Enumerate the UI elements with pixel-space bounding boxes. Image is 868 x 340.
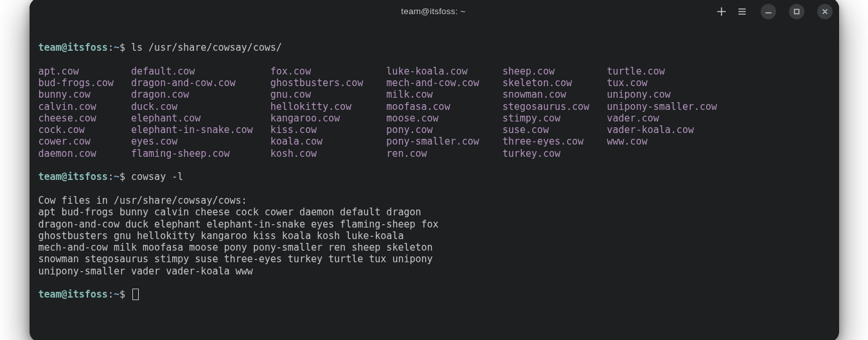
ls-file: koala.cow <box>270 136 387 147</box>
ls-file: luke-koala.cow <box>386 66 502 77</box>
titlebar: team@itsfoss: ~ <box>30 0 839 25</box>
ls-file: elephant-in-snake.cow <box>131 124 270 136</box>
ls-file: apt.cow <box>39 66 131 77</box>
ls-file: unipony.cow <box>607 89 734 100</box>
prompt-line: team@itsfoss:~$ cowsay -l <box>39 171 830 183</box>
ls-column: fox.cowghostbusters.cowgnu.cowhellokitty… <box>270 66 387 159</box>
ls-file: default.cow <box>131 66 270 77</box>
maximize-button[interactable] <box>789 4 804 19</box>
ls-file: ghostbusters.cow <box>270 77 387 89</box>
ls-file: turtle.cow <box>607 66 734 77</box>
ls-file: kiss.cow <box>270 124 387 136</box>
ls-file: three-eyes.cow <box>502 136 607 147</box>
ls-column: turtle.cowtux.cowunipony.cowunipony-smal… <box>607 66 734 159</box>
ls-output: apt.cowbud-frogs.cowbunny.cowcalvin.cowc… <box>39 66 830 159</box>
prompt-separator: : <box>108 42 114 53</box>
ls-file: ren.cow <box>386 148 502 159</box>
prompt-user-host: team@itsfoss <box>39 42 108 53</box>
output-line: apt bud-frogs bunny calvin cheese cock c… <box>39 206 830 218</box>
command-text: cowsay -l <box>131 171 183 183</box>
minimize-button[interactable] <box>761 4 776 19</box>
ls-file: hellokitty.cow <box>270 101 387 112</box>
ls-file: kosh.cow <box>270 148 387 159</box>
prompt-dollar: $ <box>120 171 125 183</box>
output-line: unipony-smaller vader vader-koala www <box>39 265 830 277</box>
prompt-separator: : <box>108 171 114 183</box>
prompt-line: team@itsfoss:~$ ls /usr/share/cowsay/cow… <box>39 42 830 53</box>
ls-file: elephant.cow <box>131 112 270 124</box>
prompt-line: team@itsfoss:~$ <box>39 289 830 300</box>
ls-file: moofasa.cow <box>386 101 502 112</box>
ls-file: vader-koala.cow <box>607 124 734 136</box>
ls-file: bunny.cow <box>39 89 131 100</box>
ls-file: cower.cow <box>39 136 131 147</box>
ls-file: dragon-and-cow.cow <box>131 77 270 89</box>
svg-rect-0 <box>794 9 799 13</box>
ls-file: suse.cow <box>502 124 607 136</box>
ls-file: snowman.cow <box>502 89 607 100</box>
ls-file: www.cow <box>607 136 734 147</box>
ls-file: pony-smaller.cow <box>386 136 502 147</box>
ls-file: vader.cow <box>607 112 734 124</box>
ls-column: apt.cowbud-frogs.cowbunny.cowcalvin.cowc… <box>39 66 131 159</box>
ls-file: sheep.cow <box>502 66 607 77</box>
ls-file: gnu.cow <box>270 89 387 100</box>
ls-file: stimpy.cow <box>502 112 607 124</box>
command-text: ls /usr/share/cowsay/cows/ <box>131 42 282 53</box>
cursor <box>132 289 139 300</box>
prompt-path: ~ <box>114 42 120 53</box>
output-line: Cow files in /usr/share/cowsay/cows: <box>39 195 830 206</box>
terminal-body[interactable]: team@itsfoss:~$ ls /usr/share/cowsay/cow… <box>30 25 839 340</box>
window-controls <box>716 4 833 19</box>
ls-file: milk.cow <box>386 89 502 100</box>
menu-button[interactable] <box>736 6 748 17</box>
ls-file: kangaroo.cow <box>270 112 387 124</box>
ls-file: flaming-sheep.cow <box>131 148 270 159</box>
prompt-user-host: team@itsfoss <box>39 171 108 183</box>
ls-file: tux.cow <box>607 77 734 89</box>
prompt-path: ~ <box>114 171 120 183</box>
ls-file: calvin.cow <box>39 101 131 112</box>
terminal-window: team@itsfoss: ~ team@itsfoss:~ <box>30 0 839 340</box>
prompt-separator: : <box>108 289 114 300</box>
prompt-path: ~ <box>114 289 120 300</box>
prompt-user-host: team@itsfoss <box>39 289 108 300</box>
ls-column: sheep.cowskeleton.cowsnowman.cowstegosau… <box>502 66 607 159</box>
ls-file: mech-and-cow.cow <box>386 77 502 89</box>
ls-file: duck.cow <box>131 101 270 112</box>
ls-file: stegosaurus.cow <box>502 101 607 112</box>
output-line: mech-and-cow milk moofasa moose pony pon… <box>39 242 830 253</box>
window-title: team@itsfoss: ~ <box>152 6 716 17</box>
ls-column: luke-koala.cowmech-and-cow.cowmilk.cowmo… <box>386 66 502 159</box>
ls-file: skeleton.cow <box>502 77 607 89</box>
ls-file: pony.cow <box>386 124 502 136</box>
ls-file: fox.cow <box>270 66 387 77</box>
new-tab-button[interactable] <box>716 6 727 17</box>
ls-file: cock.cow <box>39 124 131 136</box>
ls-file: eyes.cow <box>131 136 270 147</box>
ls-file: dragon.cow <box>131 89 270 100</box>
cowsay-output: Cow files in /usr/share/cowsay/cows:apt … <box>39 195 830 277</box>
output-line: dragon-and-cow duck elephant elephant-in… <box>39 219 830 230</box>
ls-file: cheese.cow <box>39 112 131 124</box>
prompt-dollar: $ <box>120 42 125 53</box>
ls-file: daemon.cow <box>39 148 131 159</box>
ls-file: turkey.cow <box>502 148 607 159</box>
output-line: snowman stegosaurus stimpy suse three-ey… <box>39 253 830 265</box>
ls-column: default.cowdragon-and-cow.cowdragon.cowd… <box>131 66 270 159</box>
prompt-dollar: $ <box>120 289 125 300</box>
ls-file: moose.cow <box>386 112 502 124</box>
close-button[interactable] <box>817 4 833 19</box>
ls-file: bud-frogs.cow <box>39 77 131 89</box>
output-line: ghostbusters gnu hellokitty kangaroo kis… <box>39 230 830 242</box>
ls-file: unipony-smaller.cow <box>607 101 734 112</box>
